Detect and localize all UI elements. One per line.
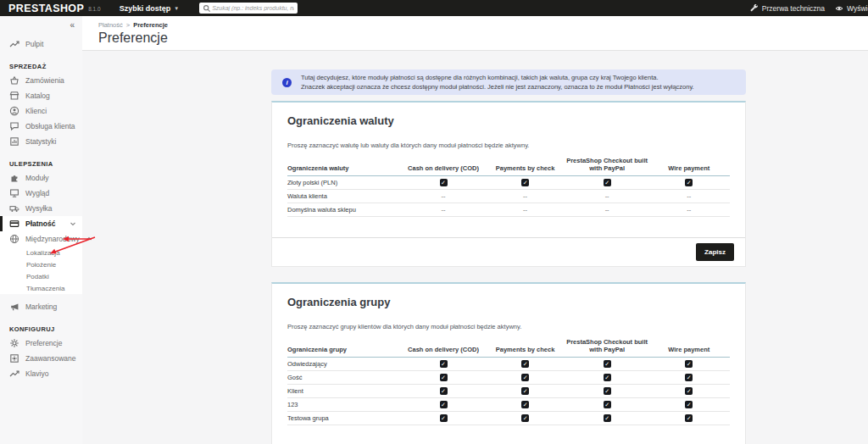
sidebar-item-platnosc[interactable]: Płatność <box>0 216 82 231</box>
payment-checkbox[interactable] <box>521 179 529 186</box>
table-row: Gość <box>287 371 730 385</box>
sidebar-subitem-label: Tłumaczenia <box>26 285 64 292</box>
info-icon: i <box>282 78 292 87</box>
version-label: 8.1.0 <box>88 6 100 12</box>
table-row: Domyślna waluta sklepu -- -- -- -- <box>287 203 730 217</box>
sidebar-item-obsluga-klienta[interactable]: Obsługa klienta <box>0 119 82 134</box>
payment-checkbox[interactable] <box>440 374 448 381</box>
table-row: Odwiedzający <box>287 358 730 371</box>
payment-checkbox[interactable] <box>440 401 448 408</box>
sidebar-subitem-polozenie[interactable]: Położenie <box>0 258 82 270</box>
sidebar-item-moduly[interactable]: Moduły <box>0 170 82 186</box>
eye-icon <box>835 4 843 13</box>
payment-checkbox[interactable] <box>685 179 693 186</box>
store-icon <box>9 91 19 101</box>
payment-checkbox[interactable] <box>440 179 448 186</box>
column-header: Ograniczenia waluty <box>287 164 403 172</box>
search-input[interactable] <box>199 3 298 14</box>
sidebar-item-klaviyo[interactable]: Klaviyo <box>0 366 82 381</box>
payment-checkbox[interactable] <box>521 401 529 408</box>
quick-access-menu[interactable]: Szybki dostęp ▼ <box>120 4 179 13</box>
sidebar-item-label: Katalog <box>25 92 50 100</box>
not-applicable-value: -- <box>442 192 446 200</box>
sidebar-nav: Pulpit SPRZEDAŻ Zamówienia Katalog Klien… <box>0 16 82 381</box>
sidebar-subitem-tlumaczenia[interactable]: Tłumaczenia <box>0 282 82 294</box>
panel-footer: Zapisz <box>272 237 745 266</box>
table-row: 123 <box>287 398 730 412</box>
payment-checkbox[interactable] <box>440 414 448 422</box>
currency-restrictions-table: Ograniczenia waluty Cash on delivery (CO… <box>287 157 730 217</box>
sidebar-item-label: Pulpit <box>25 40 43 48</box>
payment-checkbox[interactable] <box>604 360 611 368</box>
payment-checkbox[interactable] <box>521 414 529 422</box>
payment-checkbox[interactable] <box>521 374 529 381</box>
sidebar-item-label: Zamówienia <box>25 76 64 85</box>
sidebar-subitem-podatki[interactable]: Podatki <box>0 270 82 282</box>
gear-icon <box>9 338 19 348</box>
view-shop-button[interactable]: Wyświetl <box>835 4 868 13</box>
payment-checkbox[interactable] <box>685 401 693 408</box>
sidebar-item-statystyki[interactable]: Statystyki <box>0 134 82 149</box>
sidebar-item-marketing[interactable]: Marketing <box>0 299 82 314</box>
payment-checkbox[interactable] <box>521 360 529 368</box>
page-header: Płatność > Preferencje Preferencje <box>82 16 868 51</box>
payment-checkbox[interactable] <box>604 414 611 422</box>
sidebar-section-ulepszenia: ULEPSZENIA <box>0 158 82 170</box>
payment-checkbox[interactable] <box>521 387 529 395</box>
payment-checkbox[interactable] <box>685 360 693 368</box>
breadcrumb-parent[interactable]: Płatność <box>98 21 123 29</box>
topbar-right: Przerwa techniczna Wyświetl <box>750 4 868 13</box>
search-box <box>199 3 298 14</box>
sidebar-subitem-label: Położenie <box>26 261 56 269</box>
info-alert: i Tutaj decydujesz, które moduły płatnoś… <box>271 69 746 95</box>
quick-access-label: Szybki dostęp <box>120 4 171 13</box>
not-applicable-value: -- <box>605 192 609 200</box>
payment-checkbox[interactable] <box>604 179 611 186</box>
payment-checkbox[interactable] <box>604 374 611 381</box>
sidebar-item-pulpit[interactable]: Pulpit <box>0 36 82 52</box>
sidebar-item-wysylka[interactable]: Wysyłka <box>0 201 82 216</box>
sidebar-item-label: Obsługa klienta <box>25 122 75 130</box>
credit-card-icon <box>9 219 19 229</box>
chevron-down-icon <box>70 220 76 227</box>
payment-checkbox[interactable] <box>604 401 611 408</box>
column-header: Ograniczenia grupy <box>287 346 403 353</box>
sidebar-item-klienci[interactable]: Klienci <box>0 103 82 119</box>
column-header: Cash on delivery (COD) <box>403 164 485 172</box>
payment-checkbox[interactable] <box>685 374 693 381</box>
save-button[interactable]: Zapisz <box>696 243 734 261</box>
payment-checkbox[interactable] <box>604 387 611 395</box>
sidebar-item-miedzynarodowy[interactable]: Międzynarodowy <box>0 231 82 247</box>
breadcrumb-separator: > <box>126 21 130 29</box>
payment-checkbox[interactable] <box>440 360 448 368</box>
sidebar-item-zamowienia[interactable]: Zamówienia <box>0 73 82 88</box>
sidebar-item-label: Statystyki <box>25 137 56 146</box>
content-column: i Tutaj decydujesz, które moduły płatnoś… <box>271 69 746 444</box>
sidebar-item-label: Klaviyo <box>25 369 48 378</box>
column-header: Payments by check <box>484 346 566 353</box>
payment-checkbox[interactable] <box>440 387 448 395</box>
shopping-basket-icon <box>9 75 19 86</box>
payment-checkbox[interactable] <box>685 387 693 395</box>
not-applicable-value: -- <box>605 206 609 214</box>
truck-icon <box>9 203 19 214</box>
wrench-icon <box>750 4 759 13</box>
payment-checkbox[interactable] <box>685 414 693 422</box>
sidebar-collapse-button[interactable]: « <box>70 20 75 30</box>
table-row: Klient <box>287 385 730 398</box>
account-icon <box>9 106 19 116</box>
sidebar-item-zaawansowane[interactable]: Zaawansowane <box>0 351 82 366</box>
sidebar-item-preferencje[interactable]: Preferencje <box>0 336 82 351</box>
panel-description: Proszę zaznaczyć walutę lub waluty dla k… <box>287 142 730 149</box>
table-row: Testowa grupa <box>287 412 730 425</box>
sidebar-subitem-lokalizacja[interactable]: Lokalizacja <box>0 247 82 258</box>
sidebar-item-katalog[interactable]: Katalog <box>0 88 82 103</box>
maintenance-button[interactable]: Przerwa techniczna <box>750 4 825 13</box>
trending-up-icon <box>9 369 19 379</box>
puzzle-icon <box>9 173 19 183</box>
sidebar-item-wyglad[interactable]: Wygląd <box>0 186 82 201</box>
row-label: Gość <box>287 374 403 381</box>
stats-icon <box>9 136 19 147</box>
row-label: Testowa grupa <box>287 414 403 422</box>
sidebar-section-konfiguruj: KONFIGURUJ <box>0 323 82 336</box>
